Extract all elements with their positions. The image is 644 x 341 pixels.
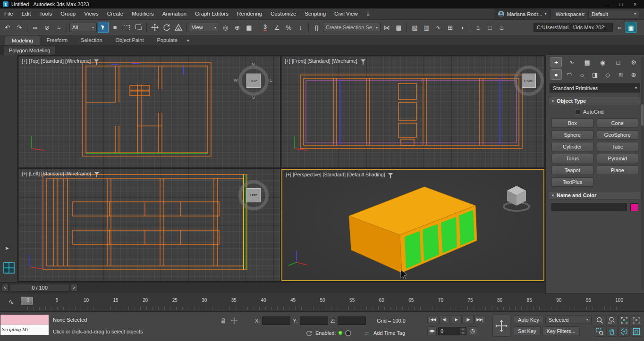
z-coordinate-input[interactable] — [338, 316, 366, 325]
layer-explorer-button[interactable]: ▥ — [421, 22, 432, 33]
viewcube-face[interactable]: TOP — [246, 74, 261, 88]
undo-button[interactable]: ↶ — [2, 22, 13, 33]
menu-item[interactable]: File — [0, 8, 17, 19]
menu-item[interactable]: Modifiers — [127, 8, 158, 19]
primitive-button[interactable]: TextPlus — [551, 177, 593, 187]
redo-button[interactable]: ↷ — [14, 22, 25, 33]
toolbar-overflow-chevron[interactable]: » — [614, 22, 625, 33]
key-mode-toggle[interactable]: ◀▶ — [427, 326, 437, 335]
playback-button[interactable]: ▶ — [451, 315, 462, 324]
compass-west[interactable]: W — [234, 78, 238, 83]
primitive-button[interactable]: Cone — [597, 118, 639, 128]
keyboard-override-button[interactable]: ▦ — [244, 22, 254, 33]
maximize-button[interactable]: □ — [614, 0, 628, 8]
viewport-label-text[interactable]: [+] [Perspective] [Standard] [Default Sh… — [286, 172, 385, 177]
primitive-button[interactable]: Teapot — [551, 166, 593, 175]
viewcube-perspective[interactable] — [500, 180, 534, 214]
orbit-button[interactable] — [619, 326, 630, 337]
compass-north[interactable]: N — [252, 62, 255, 67]
zoom-region-button[interactable] — [594, 326, 605, 337]
modify-tab[interactable]: ∿ — [566, 57, 577, 67]
maxscript-mini-listener[interactable]: Scripting Mi — [0, 314, 49, 336]
primitive-button[interactable]: Sphere — [551, 130, 593, 140]
playback-button[interactable]: |◀◀ — [427, 315, 438, 324]
systems-category[interactable]: ⊛ — [628, 69, 639, 80]
primitive-button[interactable]: Pyramid — [597, 154, 639, 163]
minimize-button[interactable]: — — [600, 0, 614, 8]
absolute-offset-toggle[interactable] — [230, 316, 238, 325]
panel-scrollbar[interactable] — [641, 57, 644, 290]
playback-button[interactable]: |▶ — [463, 315, 474, 324]
ribbon-tab[interactable]: Selection — [74, 36, 109, 45]
select-by-name-button[interactable]: ≡ — [110, 22, 120, 33]
time-slider[interactable]: 0 / 100 — [10, 284, 69, 291]
autogrid-checkbox[interactable] — [575, 109, 580, 115]
align-button[interactable]: ▤ — [393, 22, 404, 33]
material-editor-button[interactable]: ◑ — [457, 22, 467, 33]
primitive-button[interactable]: Tube — [597, 142, 639, 151]
display-tab[interactable]: □ — [612, 57, 624, 67]
time-configuration-button[interactable]: ◷ — [468, 326, 477, 335]
render-setup-button[interactable]: ♨ — [473, 22, 483, 33]
next-frame-arrow[interactable]: > — [71, 284, 77, 291]
create-tab[interactable]: + — [551, 57, 562, 67]
mirror-button[interactable]: ⋈ — [381, 22, 392, 33]
pan-button[interactable] — [606, 326, 618, 337]
polygon-modeling-panel[interactable]: Polygon Modeling — [4, 46, 55, 55]
reference-coordinate-dropdown[interactable]: View ▾ — [189, 23, 219, 32]
expand-layout-arrow[interactable]: ▶ — [6, 246, 9, 250]
object-name-input[interactable] — [551, 203, 627, 211]
ribbon-minimize-icon[interactable]: ▾ — [187, 36, 189, 45]
menu-item[interactable]: Scripting — [300, 8, 330, 19]
y-coordinate-input[interactable] — [300, 316, 328, 325]
hierarchy-tab[interactable]: ▤ — [582, 57, 593, 67]
name-color-rollout[interactable]: ▾ Name and Color — [549, 191, 641, 200]
filter-funnel-icon[interactable] — [94, 59, 99, 62]
previous-frame-arrow[interactable]: < — [2, 284, 8, 291]
spinner-snap-button[interactable]: ↕ — [295, 22, 306, 33]
viewport-front[interactable]: [+] [Front] [Standard] [Wireframe] — [281, 56, 544, 167]
menu-overflow-chevron[interactable]: » — [362, 11, 374, 17]
utilities-tab[interactable]: ⚙ — [628, 57, 639, 67]
motion-tab[interactable]: ◉ — [597, 57, 608, 67]
set-key-button[interactable]: Set Key — [514, 326, 541, 335]
menu-item[interactable]: Views — [80, 8, 102, 19]
spinner-down-icon[interactable]: ▼ — [460, 331, 466, 335]
cameras-category[interactable]: ◨ — [589, 69, 601, 80]
viewcube-front[interactable]: FRONT — [512, 64, 544, 98]
viewcube-face[interactable]: LEFT — [246, 188, 261, 202]
ribbon-tab[interactable]: Object Paint — [109, 36, 151, 45]
zoom-extents-all-button[interactable] — [631, 315, 642, 325]
percent-snap-button[interactable]: % — [283, 22, 294, 33]
viewport-label-text[interactable]: [+] [Top] [Standard] [Wireframe] — [22, 58, 91, 64]
viewport-perspective-label[interactable]: [+] [Perspective] [Standard] [Default Sh… — [286, 172, 393, 177]
x-coordinate-input[interactable] — [262, 316, 290, 325]
edit-named-selections-button[interactable]: {} — [311, 22, 322, 33]
primitive-button[interactable]: GeoSphere — [597, 130, 639, 140]
playback-button[interactable]: ◀| — [439, 315, 450, 324]
selection-filter-dropdown[interactable]: All ▾ — [69, 23, 97, 32]
select-object-button[interactable] — [98, 22, 109, 33]
viewport-top[interactable]: [+] [Top] [Standard] [Wireframe] — [18, 56, 280, 167]
adaptive-degradation-icon[interactable] — [305, 329, 313, 337]
object-type-rollout[interactable]: ▾ Object Type — [549, 97, 641, 105]
viewport-layout-tab[interactable] — [3, 262, 15, 274]
object-color-swatch[interactable] — [630, 203, 638, 211]
select-and-link-icon[interactable]: ∞ — [30, 22, 41, 33]
menu-item[interactable]: Graph Editors — [191, 8, 233, 19]
menu-item[interactable]: Group — [56, 8, 80, 19]
enabled-indicator[interactable] — [338, 331, 343, 335]
maximize-viewport-button[interactable] — [631, 326, 642, 337]
lights-category[interactable]: ☼ — [576, 69, 588, 80]
window-crossing-button[interactable] — [133, 22, 144, 33]
bind-to-spacewarp-icon[interactable]: ≈ — [53, 22, 64, 33]
primitive-button[interactable]: Cylinder — [551, 142, 593, 151]
viewport-left-label[interactable]: [+] [Left] [Standard] [Wireframe] — [22, 171, 99, 176]
menu-item[interactable]: Edit — [17, 8, 35, 19]
zoom-all-button[interactable] — [606, 315, 618, 325]
workspace-dropdown[interactable]: Default ▾ — [588, 10, 639, 18]
zoom-extents-button[interactable] — [619, 315, 630, 325]
mini-curve-editor-icon[interactable]: ∿ — [8, 298, 14, 306]
filter-funnel-icon[interactable] — [388, 173, 393, 176]
primitive-category-dropdown[interactable]: Standard Primitives ▾ — [550, 83, 640, 92]
